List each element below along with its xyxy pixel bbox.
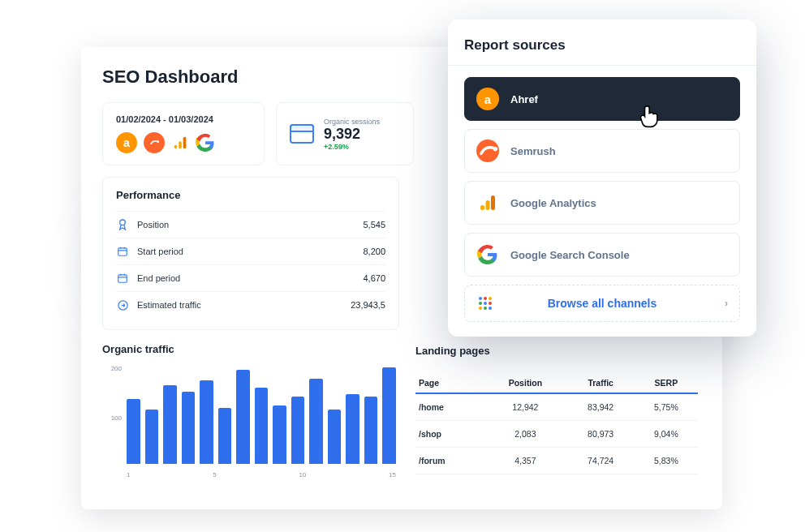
source-semrush[interactable]: Semrush (464, 129, 740, 173)
svg-point-1 (157, 140, 159, 143)
calendar-icon (116, 272, 129, 285)
svg-point-14 (479, 297, 482, 300)
chart-bar (145, 410, 159, 464)
chart-bar (309, 379, 323, 464)
svg-rect-12 (486, 200, 490, 210)
chart-bar (364, 397, 378, 464)
chart-x-ticks: 1 5 10 15 (127, 471, 396, 478)
svg-rect-7 (118, 275, 127, 282)
organic-traffic-chart: Organic traffic 200 100 1 5 10 15 (102, 343, 396, 478)
grid-icon (478, 296, 493, 311)
chart-bar (218, 408, 232, 464)
svg-point-5 (120, 220, 126, 225)
svg-point-0 (149, 137, 161, 149)
semrush-icon (476, 139, 499, 162)
chart-bar (255, 388, 269, 464)
svg-rect-13 (491, 195, 495, 210)
chart-bar (163, 385, 177, 464)
google-analytics-icon (171, 134, 189, 152)
perf-row-start: Start period 8,200 (116, 238, 385, 264)
date-range-text: 01/02/2024 - 01/03/2024 (116, 114, 251, 124)
google-icon (196, 133, 215, 152)
svg-point-22 (489, 307, 492, 310)
svg-point-17 (479, 302, 482, 305)
source-ahref[interactable]: a Ahref (464, 77, 740, 121)
svg-point-18 (484, 302, 487, 305)
svg-rect-2 (174, 145, 178, 149)
landing-pages-table: Page Position Traffic SERP /home12,94283… (415, 373, 698, 474)
svg-point-15 (484, 297, 487, 300)
svg-rect-3 (179, 141, 182, 148)
semrush-icon (144, 132, 165, 153)
table-row: /shop2,08380,9739,04% (415, 421, 698, 448)
chart-bar (236, 370, 250, 464)
chart-bar (328, 410, 342, 464)
badge-icon (116, 218, 129, 231)
browser-icon (290, 124, 314, 144)
source-google-analytics[interactable]: Google Analytics (464, 181, 740, 225)
chevron-right-icon: › (725, 298, 728, 309)
chart-bar (200, 380, 213, 464)
organic-sessions-card: Organic sessions 9,392 +2.59% (276, 102, 414, 165)
report-sources-popover: Report sources a Ahref Semrush Google An… (448, 19, 756, 337)
sessions-value: 9,392 (324, 126, 380, 143)
chart-bar (273, 405, 286, 464)
chart-bars (127, 365, 396, 464)
chart-bar (127, 399, 140, 464)
browse-all-channels-button[interactable]: Browse all channels › (464, 285, 740, 322)
chart-bar (182, 392, 196, 464)
arrow-circle-icon (116, 298, 129, 311)
source-google-search-console[interactable]: Google Search Console (464, 233, 740, 277)
calendar-icon (116, 245, 129, 258)
svg-rect-4 (183, 137, 187, 149)
performance-card: Performance Position 5,545 Start period … (102, 177, 399, 330)
google-icon (476, 243, 499, 266)
svg-point-20 (479, 307, 482, 310)
chart-bar (291, 397, 305, 464)
ahref-icon: a (116, 132, 137, 153)
perf-row-traffic: Estimated traffic 23,943,5 (116, 291, 385, 318)
sessions-label: Organic sessions (324, 118, 380, 126)
google-analytics-icon (476, 191, 499, 214)
svg-point-10 (493, 147, 497, 151)
date-range-card: 01/02/2024 - 01/03/2024 a (102, 102, 265, 165)
sessions-delta: +2.59% (324, 143, 380, 151)
svg-point-21 (484, 307, 487, 310)
table-row: /home12,94283,9425,75% (415, 393, 698, 421)
table-row: /forum4,35774,7245,83% (415, 448, 698, 474)
svg-rect-6 (118, 248, 127, 255)
chart-bar (346, 394, 359, 464)
svg-point-19 (489, 302, 492, 305)
popover-title: Report sources (464, 37, 740, 54)
performance-title: Performance (116, 189, 385, 201)
perf-row-position: Position 5,545 (116, 211, 385, 238)
ahref-icon: a (476, 88, 499, 110)
landing-title: Landing pages (415, 343, 698, 363)
perf-row-end: End period 4,670 (116, 264, 385, 291)
svg-point-16 (489, 297, 492, 300)
chart-bar (382, 367, 396, 464)
traffic-title: Organic traffic (102, 343, 396, 355)
landing-pages-card: Landing pages Page Position Traffic SERP… (412, 343, 701, 478)
chart-y-ticks: 200 100 (102, 365, 122, 464)
svg-rect-11 (480, 205, 484, 210)
